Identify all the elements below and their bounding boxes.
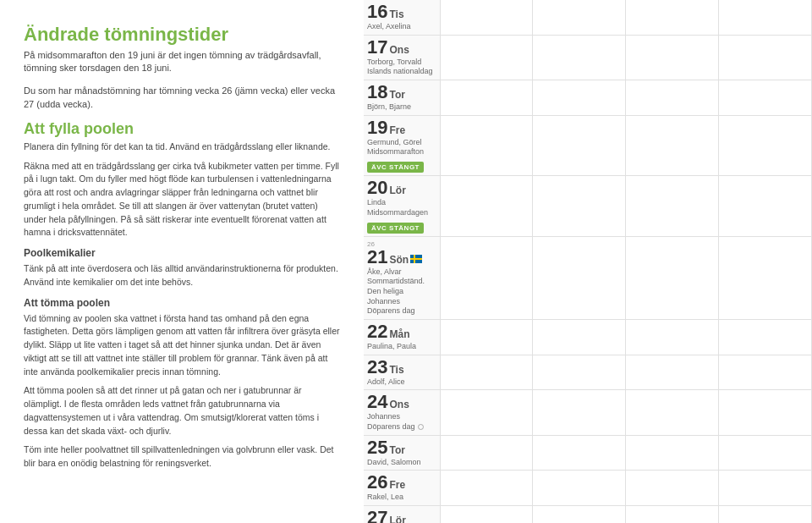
calendar-data-col — [626, 35, 719, 80]
circle-icon — [418, 424, 424, 430]
calendar-table: 16 TisAxel, Axelina17 OnsTorborg, Torval… — [364, 0, 812, 523]
day-name: Tis — [389, 8, 403, 20]
calendar-data-col — [719, 319, 812, 355]
calendar-row: 27 LörSelma, Fingal — [364, 506, 812, 523]
calendar-data-col — [440, 35, 533, 80]
day-cell: 20 LörLinda MidsommardagenÄVC STÄNGT — [364, 176, 440, 236]
day-cell: 2621 SönÅke, Alvar Sommartidständ. Den h… — [364, 236, 440, 319]
calendar-data-col — [719, 80, 812, 116]
day-number: 22 — [367, 322, 387, 341]
calendar-data-col — [440, 115, 533, 175]
day-number: 16 — [367, 3, 387, 21]
calendar-data-col — [440, 435, 533, 471]
section2-p1: Tänk på att inte överdosera och läs allt… — [24, 262, 340, 289]
calendar-data-col — [719, 236, 812, 319]
day-number: 23 — [367, 358, 387, 377]
day-cell: 19 FreGermund, Görel MidsommaraftonÄVC S… — [364, 115, 440, 175]
day-info: Paulina, Paula — [367, 342, 436, 352]
day-info: Johannes Döparens dag — [367, 412, 436, 432]
calendar-data-col — [533, 355, 626, 390]
section3-p3: Töm inte heller poolvattnet till spillva… — [24, 443, 340, 471]
day-info: Åke, Alvar Sommartidständ. Den heliga Jo… — [367, 267, 436, 317]
day-info: Germund, Görel Midsommarafton — [367, 138, 436, 157]
calendar-data-col — [719, 435, 812, 471]
calendar-row: 2621 SönÅke, Alvar Sommartidständ. Den h… — [364, 236, 812, 319]
section1-p1: Räkna med att en trädgårdsslang ger cirk… — [24, 160, 340, 240]
calendar-data-col — [626, 176, 719, 236]
section3-p2: Att tömma poolen så att det rinner ut på… — [24, 384, 340, 438]
calendar-data-col — [440, 506, 533, 523]
calendar-data-col — [533, 471, 626, 506]
day-info: Björn, Bjarne — [367, 102, 436, 113]
section3-p1: Vid tömning av poolen ska vattnet i förs… — [24, 312, 340, 379]
day-cell: 25 TorDavid, Salomon — [364, 435, 440, 471]
calendar-data-col — [533, 176, 626, 236]
calendar-data-col — [626, 0, 719, 35]
day-cell: 24 OnsJohannes Döparens dag — [364, 390, 440, 435]
calendar-data-col — [533, 115, 626, 175]
calendar-data-col — [533, 236, 626, 319]
calendar-data-col — [440, 80, 533, 116]
page-title: Ändrade tömningstider — [24, 24, 340, 46]
calendar-row: 16 TisAxel, Axelina — [364, 0, 812, 35]
calendar-data-col — [533, 80, 626, 116]
day-cell: 16 TisAxel, Axelina — [364, 0, 440, 35]
day-number: 18 — [367, 83, 387, 102]
calendar-data-col — [626, 435, 719, 471]
calendar-row: 18 TorBjörn, Bjarne — [364, 80, 812, 116]
day-name: Tor — [389, 444, 404, 456]
day-number: 24 — [367, 393, 387, 411]
day-number: 19 — [367, 118, 387, 137]
day-cell: 22 MånPaulina, Paula — [364, 319, 440, 355]
day-name: Lör — [389, 184, 405, 196]
day-info: Linda Midsommardagen — [367, 198, 436, 217]
right-panel: 16 TisAxel, Axelina17 OnsTorborg, Torval… — [364, 0, 812, 523]
calendar-data-col — [440, 0, 533, 35]
calendar-row: 17 OnsTorborg, Torvald Islands nationald… — [364, 35, 812, 80]
calendar-row: 23 TisAdolf, Alice — [364, 355, 812, 390]
section3-title: Att tömma poolen — [24, 295, 340, 311]
calendar-data-col — [440, 390, 533, 435]
calendar-data-col — [719, 471, 812, 506]
calendar-data-col — [440, 355, 533, 390]
day-number: 20 — [367, 179, 387, 197]
calendar-data-col — [719, 506, 812, 523]
calendar-data-col — [533, 319, 626, 355]
day-name: Fre — [389, 479, 405, 491]
day-name: Fre — [389, 124, 405, 136]
calendar-data-col — [626, 319, 719, 355]
day-name: Sön — [389, 254, 409, 266]
calendar-data-col — [533, 0, 626, 35]
calendar-data-col — [626, 80, 719, 116]
day-info: Axel, Axelina — [367, 22, 436, 32]
day-name: Ons — [389, 399, 409, 410]
day-cell: 27 LörSelma, Fingal — [364, 506, 440, 523]
calendar-data-col — [533, 506, 626, 523]
day-name: Mån — [389, 328, 409, 340]
closed-badge: ÄVC STÄNGT — [367, 223, 424, 234]
calendar-data-col — [719, 355, 812, 390]
calendar-data-col — [626, 471, 719, 506]
day-cell: 17 OnsTorborg, Torvald Islands nationald… — [364, 35, 440, 80]
calendar-data-col — [626, 355, 719, 390]
calendar-data-col — [440, 471, 533, 506]
day-cell: 26 FreRakel, Lea — [364, 471, 440, 506]
day-info: Rakel, Lea — [367, 493, 436, 503]
calendar-data-col — [626, 115, 719, 175]
day-number: 26 — [367, 473, 387, 492]
left-panel: Ändrade tömningstider På midsommarafton … — [0, 0, 364, 523]
calendar-data-col — [626, 506, 719, 523]
section1-heading: Att fylla poolen — [24, 120, 340, 138]
sweden-flag-icon — [410, 255, 422, 263]
calendar-row: 24 OnsJohannes Döparens dag — [364, 390, 812, 435]
section2-title: Poolkemikalier — [24, 245, 340, 261]
day-number: 21 — [367, 248, 387, 267]
day-info: Torborg, Torvald Islands nationaldag — [367, 58, 436, 77]
day-number: 17 — [367, 38, 387, 57]
calendar-row: 25 TorDavid, Salomon — [364, 435, 812, 471]
day-info: David, Salomon — [367, 458, 436, 468]
calendar-data-col — [626, 236, 719, 319]
closed-badge: ÄVC STÄNGT — [367, 162, 424, 173]
day-name: Lör — [389, 515, 405, 523]
calendar-data-col — [533, 435, 626, 471]
